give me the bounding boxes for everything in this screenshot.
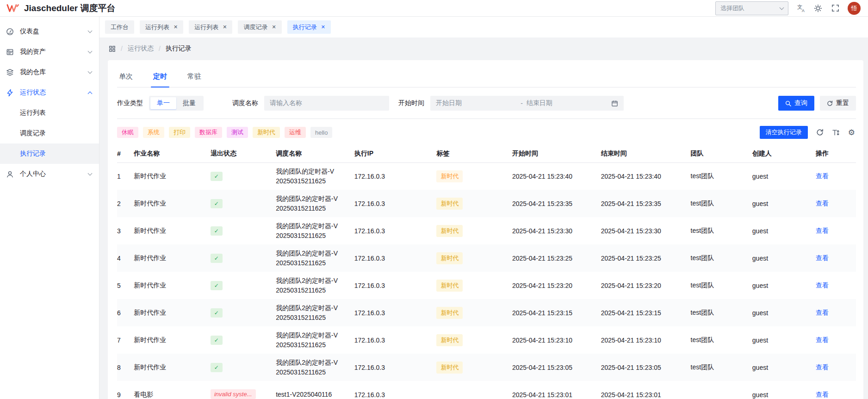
view-tab-once[interactable]: 单次: [118, 70, 134, 87]
column-header: 操作: [816, 145, 856, 162]
column-header: 执行IP: [354, 145, 437, 162]
sidebar-item-profile[interactable]: 个人中心: [0, 164, 99, 184]
close-icon[interactable]: ✕: [174, 25, 178, 30]
refresh-icon[interactable]: [816, 128, 824, 137]
success-check-icon: ✓: [211, 226, 223, 236]
sidebar-item-run-status[interactable]: 运行状态: [0, 82, 99, 103]
view-link[interactable]: 查看: [816, 227, 829, 234]
records-table: #作业名称退出状态调度名称执行IP标签开始时间结束时间团队创建人操作 1新时代作…: [117, 145, 856, 399]
text-size-icon[interactable]: [832, 128, 840, 137]
cell-exit-status: invalid syste...: [211, 381, 276, 399]
view-link[interactable]: 查看: [816, 336, 829, 343]
page-tab-schedule-history[interactable]: 调度记录✕: [238, 20, 281, 34]
page-tab-workbench[interactable]: 工作台: [105, 20, 134, 34]
sidebar-item-label: 我的仓库: [20, 68, 88, 76]
fullscreen-icon[interactable]: [831, 4, 840, 13]
tag-filter-6[interactable]: 运维: [285, 127, 306, 138]
close-icon[interactable]: ✕: [321, 25, 325, 30]
row-tag-badge: 新时代: [436, 362, 463, 374]
tag-filter-4[interactable]: 测试: [227, 127, 248, 138]
cell-actions: 查看: [816, 381, 856, 399]
assets-icon: [6, 48, 14, 56]
sidebar-subitem-schedule-history[interactable]: 调度记录: [0, 123, 99, 143]
page-tab-execution-history[interactable]: 执行记录✕: [287, 20, 331, 34]
success-check-icon: ✓: [211, 281, 223, 290]
cell-creator: guest: [752, 217, 816, 244]
chevron-down-icon: [88, 49, 93, 53]
sidebar-subitem-run-list[interactable]: 运行列表: [0, 103, 99, 123]
cell-tag: 新时代: [436, 190, 512, 217]
page-tab-run-list-2[interactable]: 运行列表✕: [189, 20, 232, 34]
date-range-picker[interactable]: 开始日期 - 结束日期: [430, 96, 624, 111]
job-type-option-single[interactable]: 单一: [150, 97, 176, 109]
breadcrumb-current: 执行记录: [166, 44, 192, 53]
view-tab-daemon[interactable]: 常驻: [186, 70, 202, 87]
repository-icon: [6, 68, 14, 76]
refresh-icon: [827, 100, 833, 106]
cell-actions: 查看: [816, 326, 856, 354]
table-row: 2新时代作业✓我的团队2的定时器-V 20250315211625172.16.…: [117, 190, 856, 217]
schedule-name-input[interactable]: 请输入名称: [264, 96, 389, 111]
page-tab-run-list-1[interactable]: 运行列表✕: [140, 20, 183, 34]
row-tag-badge: 新时代: [436, 170, 463, 182]
view-link[interactable]: 查看: [816, 309, 829, 316]
sidebar-subitem-execution-history[interactable]: 执行记录: [0, 143, 99, 164]
user-avatar[interactable]: 悟: [848, 2, 861, 15]
cell-job-name: 看电影: [134, 381, 211, 399]
reset-button[interactable]: 重置: [820, 96, 856, 111]
cell-tag: 新时代: [436, 162, 512, 190]
cell-actions: 查看: [816, 162, 856, 190]
view-link[interactable]: 查看: [816, 391, 829, 398]
date-start-placeholder: 开始日期: [436, 99, 517, 107]
cell-job-name: 新时代作业: [134, 272, 211, 299]
sidebar-item-dashboard[interactable]: 仪表盘: [0, 21, 99, 42]
gear-icon[interactable]: ⚙: [848, 128, 855, 137]
cell-team: test团队: [691, 272, 752, 299]
cell-team: test团队: [691, 244, 752, 272]
language-icon[interactable]: 文A: [796, 4, 806, 13]
schedule-name-text: 我的团队2的定时器-V 20250315211625: [276, 358, 350, 377]
team-select[interactable]: 选择团队: [715, 1, 788, 15]
tag-filter-5[interactable]: 新时代: [253, 127, 280, 138]
view-link[interactable]: 查看: [816, 363, 829, 371]
tag-filter-3[interactable]: 数据库: [195, 127, 222, 138]
clear-records-button[interactable]: 清空执行记录: [760, 126, 808, 139]
sidebar-item-repository[interactable]: 我的仓库: [0, 62, 99, 82]
view-link[interactable]: 查看: [816, 281, 829, 289]
job-type-radio-group: 单一 批量: [149, 96, 204, 111]
view-link[interactable]: 查看: [816, 200, 829, 207]
page-tab-label: 执行记录: [293, 23, 317, 31]
cell-creator: guest: [752, 326, 816, 354]
sidebar-item-label: 个人中心: [20, 170, 88, 178]
table-row: 4新时代作业✓我的团队2的定时器-V 20250315211625172.16.…: [117, 244, 856, 272]
tag-filter-1[interactable]: 系统: [143, 127, 164, 138]
view-tab-timer[interactable]: 定时: [152, 70, 168, 87]
cell-team: test团队: [691, 299, 752, 326]
sidebar-item-label: 仪表盘: [20, 27, 88, 36]
view-link[interactable]: 查看: [816, 172, 829, 180]
sidebar-item-assets[interactable]: 我的资产: [0, 42, 99, 62]
cell-tag: 新时代: [436, 272, 512, 299]
tag-filter-7[interactable]: hello: [310, 127, 332, 138]
schedule-name-placeholder: 请输入名称: [270, 99, 302, 107]
close-icon[interactable]: ✕: [272, 25, 276, 30]
cell-creator: guest: [752, 162, 816, 190]
view-link[interactable]: 查看: [816, 254, 829, 262]
cell-actions: 查看: [816, 299, 856, 326]
theme-sun-icon[interactable]: [813, 4, 823, 13]
close-icon[interactable]: ✕: [223, 25, 227, 30]
cell-team: test团队: [691, 354, 752, 381]
job-type-option-batch[interactable]: 批量: [176, 97, 202, 109]
cell-start-time: 2025-04-21 15:23:10: [512, 326, 601, 354]
success-check-icon: ✓: [211, 254, 223, 263]
row-tag-badge: 新时代: [436, 225, 463, 237]
breadcrumb-item[interactable]: 运行状态: [128, 44, 154, 53]
cell-index: 3: [117, 217, 134, 244]
page-tab-label: 运行列表: [145, 23, 169, 31]
cell-exec-ip: 172.16.0.3: [354, 299, 437, 326]
tag-filter-2[interactable]: 打印: [169, 127, 190, 138]
search-button[interactable]: 查询: [778, 96, 814, 111]
cell-exit-status: ✓: [211, 190, 276, 217]
table-row: 9看电影invalid syste...test1-V2025040116172…: [117, 381, 856, 399]
tag-filter-0[interactable]: 休眠: [117, 127, 138, 138]
